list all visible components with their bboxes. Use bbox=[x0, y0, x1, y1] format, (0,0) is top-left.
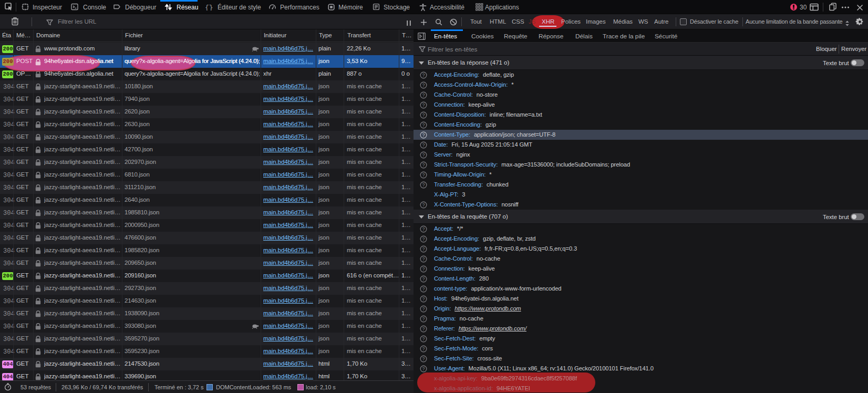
svg-text:?: ? bbox=[422, 162, 425, 168]
svg-text:?: ? bbox=[422, 152, 425, 158]
svg-text:?: ? bbox=[422, 202, 425, 208]
svg-text:?: ? bbox=[422, 92, 425, 98]
svg-text:?: ? bbox=[422, 82, 425, 88]
svg-text:?: ? bbox=[422, 172, 425, 178]
svg-text:?: ? bbox=[422, 266, 425, 272]
svg-text:?: ? bbox=[422, 306, 425, 312]
svg-text:?: ? bbox=[422, 286, 425, 292]
svg-text:?: ? bbox=[422, 356, 425, 361]
svg-text:?: ? bbox=[422, 316, 425, 322]
svg-text:?: ? bbox=[422, 182, 425, 188]
svg-text:?: ? bbox=[422, 132, 425, 138]
svg-text:?: ? bbox=[422, 336, 425, 342]
svg-text:?: ? bbox=[422, 276, 425, 282]
svg-text:?: ? bbox=[422, 326, 425, 332]
svg-text:?: ? bbox=[422, 73, 425, 78]
svg-text:?: ? bbox=[422, 246, 425, 252]
svg-text:?: ? bbox=[422, 102, 425, 108]
svg-text:?: ? bbox=[422, 142, 425, 148]
svg-text:?: ? bbox=[422, 226, 425, 232]
svg-text:?: ? bbox=[422, 256, 425, 262]
svg-text:?: ? bbox=[422, 346, 425, 351]
svg-text:{}: {} bbox=[205, 4, 213, 11]
svg-text:?: ? bbox=[422, 366, 425, 371]
svg-text:?: ? bbox=[422, 112, 425, 118]
svg-text:?: ? bbox=[422, 296, 425, 302]
svg-text:?: ? bbox=[422, 236, 425, 242]
svg-text:?: ? bbox=[422, 122, 425, 128]
